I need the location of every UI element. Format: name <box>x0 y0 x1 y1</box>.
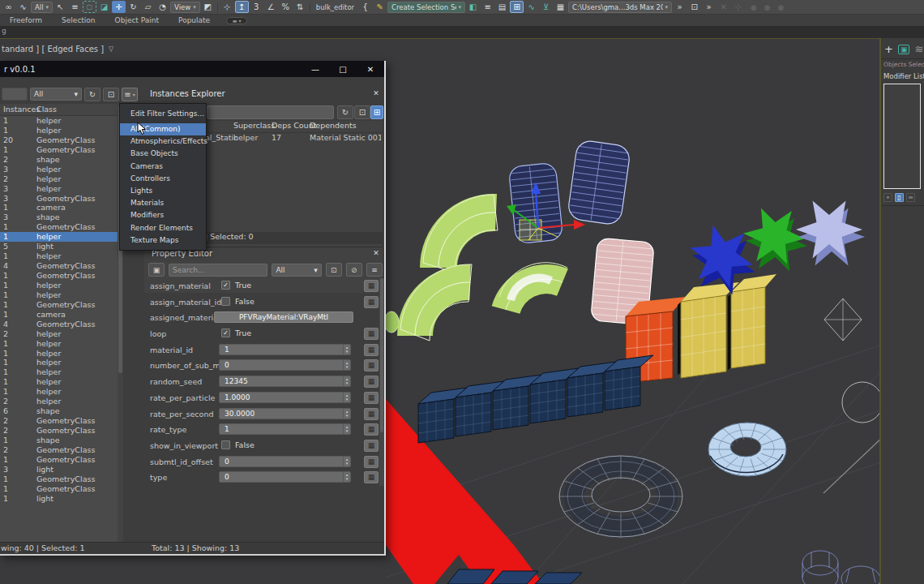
snap-toggle-icon[interactable]: ⊹ <box>220 1 234 13</box>
eye-hidden-icon[interactable]: ⊘ <box>346 263 362 277</box>
instances-row[interactable]: 5light <box>0 242 118 251</box>
spinner-arrows[interactable]: ▴▾ <box>343 345 350 354</box>
selection-filter-dropdown[interactable]: All▾ <box>31 2 53 13</box>
align-icon[interactable]: ≡ <box>481 1 494 13</box>
selection-set-dropdown[interactable]: Create Selection Se▾ <box>387 2 465 13</box>
save-scene-icon[interactable]: ⊡ <box>687 1 701 13</box>
instances-row[interactable]: 1GeometryClass <box>0 300 118 310</box>
search-input[interactable] <box>2 88 28 101</box>
checkbox[interactable]: ✓ <box>221 281 230 290</box>
select-manipulate-icon[interactable]: ↥ <box>235 1 249 13</box>
script-editor-icon[interactable]: { <box>358 1 372 13</box>
scale-icon[interactable]: ▱ <box>141 1 155 13</box>
instances-row[interactable]: 20GeometryClass <box>0 135 118 145</box>
rotate-icon[interactable]: ↻ <box>126 1 140 13</box>
instances-row[interactable]: 1helper <box>0 387 118 397</box>
property-search-input[interactable]: Search... <box>169 264 267 277</box>
select-by-name-icon[interactable]: ≡ <box>68 1 82 13</box>
material-button[interactable]: PFVRayMaterial:VRayMtl <box>214 311 353 323</box>
instances-list[interactable]: Instances Class 1helper1helper20Geometry… <box>0 104 118 542</box>
property-scrollbar[interactable] <box>379 278 384 486</box>
expression-button[interactable]: ▦ <box>364 328 379 340</box>
property-editor-close-icon[interactable]: ✕ <box>371 249 381 257</box>
modifier-stack[interactable] <box>883 84 921 189</box>
explorer-pick-button[interactable]: ⊡ <box>354 105 370 119</box>
toolbar-overflow-icon[interactable]: » <box>673 1 687 13</box>
class-filter-dropdown[interactable]: All▾ <box>30 88 82 101</box>
instances-row[interactable]: 2helper <box>0 174 118 184</box>
toolbar-overflow-icon[interactable]: » <box>702 1 716 13</box>
menu-item-lights[interactable]: Lights <box>120 185 206 197</box>
spinner-field[interactable]: 0▴▾ <box>219 471 351 483</box>
instances-row[interactable]: 2GeometryClass <box>0 445 118 455</box>
select-object-icon[interactable]: ↖ <box>53 1 67 13</box>
instances-row[interactable]: 4GeometryClass <box>0 320 118 329</box>
instances-row[interactable]: 3helper <box>0 165 118 174</box>
instances-row[interactable]: 1GeometryClass <box>0 271 118 281</box>
instances-row[interactable]: 1GeometryClass <box>0 145 118 155</box>
instances-row[interactable]: 3helper <box>0 184 118 194</box>
instances-row[interactable]: 2helper <box>0 329 118 339</box>
tab-selection[interactable]: Selection <box>52 15 105 26</box>
render-setup-icon[interactable]: ▦ <box>554 1 567 13</box>
snap-3d-icon[interactable]: 3 <box>250 1 263 13</box>
expression-button[interactable]: ▦ <box>364 280 379 292</box>
close-button[interactable]: ✕ <box>357 61 384 77</box>
expression-button[interactable]: ▦ <box>364 344 379 356</box>
instances-row[interactable]: 1GeometryClass <box>0 484 118 494</box>
menu-item-base-objects[interactable]: Base Objects <box>120 148 206 160</box>
refresh-button[interactable]: ↻ <box>84 88 101 101</box>
expression-button[interactable]: ▦ <box>364 296 379 308</box>
spinner-arrows[interactable]: ▴▾ <box>343 393 350 402</box>
spinner-arrows[interactable]: ▴▾ <box>343 376 350 386</box>
expression-button[interactable]: ▦ <box>364 456 379 468</box>
instances-row[interactable]: 1shape <box>0 436 118 445</box>
menu-item-cameras[interactable]: Cameras <box>120 161 206 173</box>
viewport-shading-label[interactable]: tandard ] [ Edged Faces ] <box>2 45 104 54</box>
filter-menu-button[interactable]: ≡▾ <box>122 88 138 101</box>
explorer-refresh-button[interactable]: ↻ <box>337 105 353 119</box>
instances-row[interactable]: 1helper <box>0 358 118 367</box>
modifier-list-dropdown[interactable]: Modifier List <box>881 70 924 83</box>
expression-button[interactable]: ▦ <box>364 408 379 420</box>
instances-row[interactable]: 4GeometryClass <box>0 261 118 271</box>
explorer-search-input[interactable] <box>207 105 334 119</box>
curve-editor-icon[interactable]: ∿ <box>524 1 538 13</box>
spinner-arrows[interactable]: ▴▾ <box>343 360 350 370</box>
project-path-dropdown[interactable]: C:\Users\gma...3ds Max 2024▾ <box>568 2 672 13</box>
ref-coord-dropdown[interactable]: View▾ <box>170 2 200 13</box>
spinner-field[interactable]: 0▴▾ <box>219 456 351 467</box>
menu-item-all-common[interactable]: All (Common) <box>120 123 206 135</box>
viewport-label[interactable]: tandard ] [ Edged Faces ] ∇ <box>2 45 113 54</box>
spinner-snap-icon[interactable]: ⇅ <box>293 1 307 13</box>
column-class[interactable]: Class <box>36 105 57 114</box>
instances-row[interactable]: 1GeometryClass <box>0 222 118 232</box>
instances-row[interactable]: 1helper <box>0 367 118 377</box>
spinner-field[interactable]: 30.0000▴▾ <box>219 408 351 419</box>
maximize-button[interactable]: □ <box>329 61 357 77</box>
instances-row[interactable]: 1helper <box>0 251 118 261</box>
menu-item-texture-maps[interactable]: Texture Maps <box>120 234 206 247</box>
instances-row[interactable]: 1helper <box>0 116 118 126</box>
show-end-result-icon[interactable]: ▯ <box>895 193 904 202</box>
instances-row[interactable]: 2GeometryClass <box>0 426 118 436</box>
toggle-ribbon-icon[interactable]: ⊞ <box>510 1 524 13</box>
spinner-arrows[interactable]: ▴▾ <box>343 409 350 419</box>
use-center-icon[interactable]: ◔ <box>156 1 169 13</box>
instances-row[interactable]: 1light <box>0 494 118 504</box>
expression-button[interactable]: ▦ <box>364 471 379 483</box>
spinner-arrows[interactable]: ▴▾ <box>343 457 350 466</box>
select-and-link-icon[interactable]: ∞ <box>2 1 15 13</box>
instances-row[interactable]: 3shape <box>0 213 118 222</box>
tab-object-paint[interactable]: Object Paint <box>105 15 169 26</box>
spinner-field[interactable]: 1▴▾ <box>219 423 351 435</box>
spinner-arrows[interactable]: ▴▾ <box>343 424 350 434</box>
configure-stack-icon[interactable]: ≡ <box>906 193 915 202</box>
pin-stack-icon[interactable]: ⌖ <box>883 193 892 202</box>
instances-row[interactable]: 6shape <box>0 406 118 416</box>
modify-tab-icon[interactable]: ▣ <box>898 45 910 54</box>
instances-row[interactable]: 1helper <box>0 339 118 349</box>
spinner-field[interactable]: 1.0000▴▾ <box>219 392 351 403</box>
mirror-icon[interactable]: ◧ <box>466 1 480 13</box>
create-tab-icon[interactable]: + <box>884 43 893 55</box>
